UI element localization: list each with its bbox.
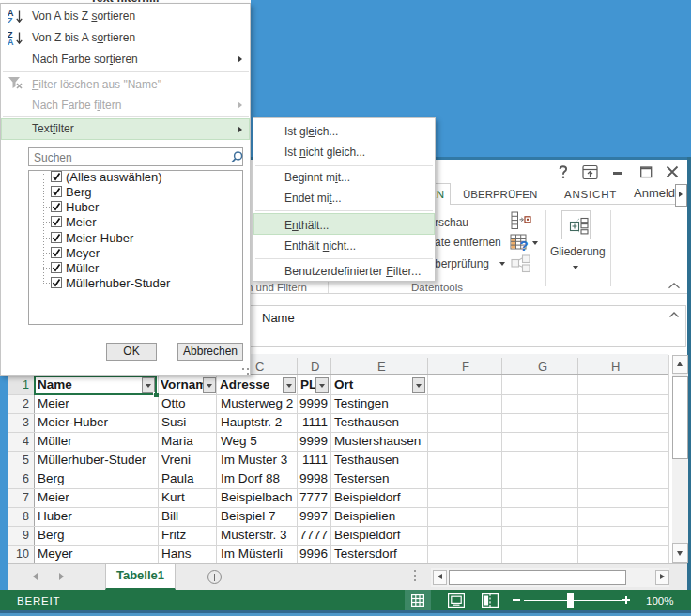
svg-text:Z: Z [8,16,13,24]
svg-text:?: ? [520,238,529,252]
svg-text:A: A [8,38,14,46]
